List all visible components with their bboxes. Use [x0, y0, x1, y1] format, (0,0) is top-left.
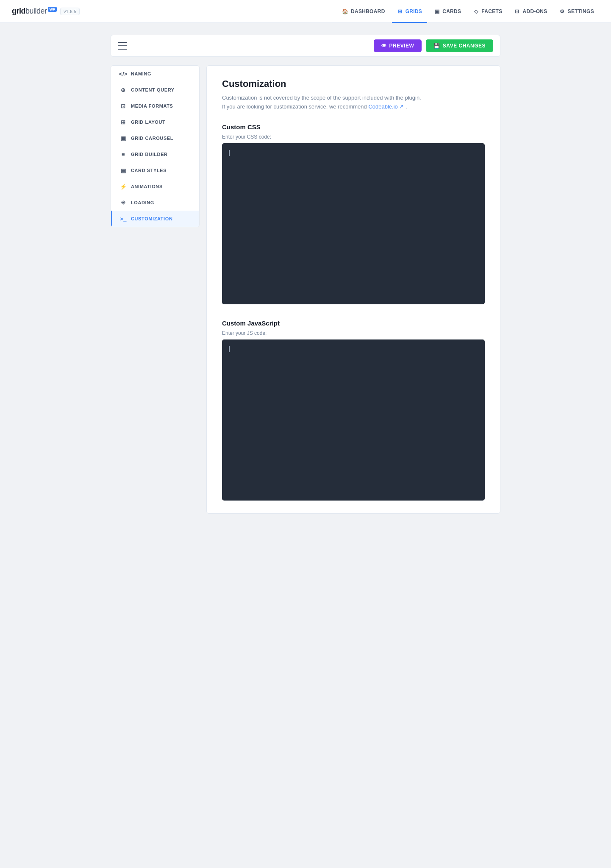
content-query-icon: ⊕ [120, 86, 127, 93]
preview-button[interactable]: 👁 PREVIEW [374, 39, 422, 52]
naming-icon: </> [120, 70, 127, 77]
top-navigation: gridbuilderWP v1.6.5 🏠 DASHBOARD ⊞ GRIDS… [0, 0, 611, 23]
grid-layout-icon: ⊞ [120, 119, 127, 125]
card-styles-icon: ▤ [120, 167, 127, 174]
sidebar-item-grid-builder[interactable]: ≡ GRID BUILDER [111, 146, 199, 162]
content-layout: </> NAMING ⊕ CONTENT QUERY ⊡ MEDIA FORMA… [111, 65, 500, 514]
page-title: Customization [222, 78, 485, 89]
nav-settings[interactable]: ⚙ SETTINGS [554, 6, 599, 17]
grid-builder-icon: ≡ [120, 151, 127, 158]
js-cursor [229, 346, 230, 352]
nav-links: 🏠 DASHBOARD ⊞ GRIDS ▣ CARDS ◇ FACETS ⊡ A… [337, 6, 599, 17]
sidebar-item-grid-layout[interactable]: ⊞ GRID LAYOUT [111, 114, 199, 130]
grid-carousel-icon: ▣ [120, 135, 127, 142]
sidebar-item-naming[interactable]: </> NAMING [111, 66, 199, 82]
nav-cards[interactable]: ▣ CARDS [429, 6, 466, 17]
home-icon: 🏠 [342, 8, 348, 14]
sidebar-item-card-styles[interactable]: ▤ CARD STYLES [111, 162, 199, 178]
media-formats-icon: ⊡ [120, 103, 127, 109]
nav-addons[interactable]: ⊡ ADD-ONS [509, 6, 552, 17]
cards-icon: ▣ [434, 8, 440, 14]
grids-icon: ⊞ [397, 8, 403, 14]
customization-icon: >_ [120, 215, 127, 222]
sidebar-item-media-formats[interactable]: ⊡ MEDIA FORMATS [111, 98, 199, 114]
toolbar-left [118, 42, 127, 50]
nav-dashboard[interactable]: 🏠 DASHBOARD [337, 6, 390, 17]
sidebar-item-loading[interactable]: ✳ LOADING [111, 195, 199, 211]
page-description: Customization is not covered by the scop… [222, 94, 485, 111]
save-changes-button[interactable]: 💾 SAVE CHANGES [426, 39, 493, 52]
codeable-link[interactable]: Codeable.io ↗ [368, 103, 405, 110]
facets-icon: ◇ [473, 8, 479, 14]
toolbar: 👁 PREVIEW 💾 SAVE CHANGES [111, 35, 500, 57]
preview-icon: 👁 [381, 43, 387, 49]
main-panel: Customization Customization is not cover… [206, 65, 500, 514]
css-code-editor[interactable] [222, 143, 485, 304]
js-section-title: Custom JavaScript [222, 320, 485, 327]
sidebar: </> NAMING ⊕ CONTENT QUERY ⊡ MEDIA FORMA… [111, 65, 200, 227]
sidebar-item-content-query[interactable]: ⊕ CONTENT QUERY [111, 82, 199, 98]
loading-icon: ✳ [120, 199, 127, 206]
brand-text: gridbuilderWP [12, 7, 57, 16]
nav-grids[interactable]: ⊞ GRIDS [392, 6, 428, 17]
settings-icon: ⚙ [559, 8, 565, 14]
css-section-title: Custom CSS [222, 123, 485, 131]
brand-logo: gridbuilderWP v1.6.5 [12, 7, 80, 16]
js-code-editor[interactable] [222, 339, 485, 501]
brand-version: v1.6.5 [60, 8, 80, 15]
nav-facets[interactable]: ◇ FACETS [468, 6, 507, 17]
addons-icon: ⊡ [514, 8, 520, 14]
main-wrapper: 👁 PREVIEW 💾 SAVE CHANGES </> NAMING ⊕ CO… [102, 23, 509, 526]
sidebar-item-grid-carousel[interactable]: ▣ GRID CAROUSEL [111, 130, 199, 146]
sidebar-item-customization[interactable]: >_ CUSTOMIZATION [111, 211, 199, 227]
animations-icon: ⚡ [120, 183, 127, 190]
css-cursor [229, 150, 230, 156]
js-section-label: Enter your JS code: [222, 330, 485, 336]
sidebar-toggle-button[interactable] [118, 42, 127, 50]
save-icon: 💾 [433, 43, 440, 49]
css-section-label: Enter your CSS code: [222, 134, 485, 140]
sidebar-item-animations[interactable]: ⚡ ANIMATIONS [111, 178, 199, 195]
toolbar-right: 👁 PREVIEW 💾 SAVE CHANGES [374, 39, 493, 52]
